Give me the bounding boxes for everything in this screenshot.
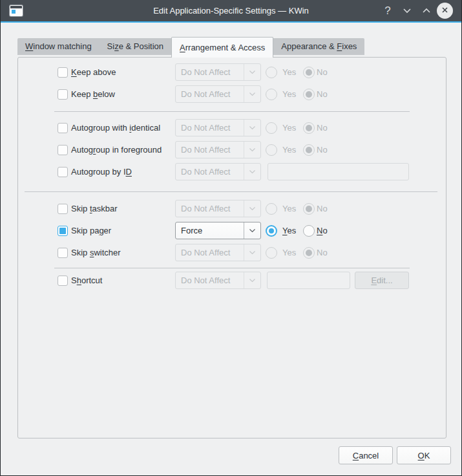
autogroup-foreground-policy-value: Do Not Affect [176,145,244,155]
autogroup-id-label[interactable]: Autogroup by ID [71,163,132,181]
skip-pager-policy-dropdown[interactable]: Force [175,222,261,239]
keep-below-policy-value: Do Not Affect [176,89,244,99]
keep-below-checkbox[interactable] [58,89,68,100]
autogroup-foreground-yes-radio [266,144,277,156]
chevron-down-icon [244,222,260,239]
keep-below-no-label: No [317,85,328,103]
skip-switcher-policy-value: Do Not Affect [176,248,244,257]
row-autogroup-identical: Autogroup with identical Do Not Affect Y… [18,119,446,137]
skip-pager-label[interactable]: Skip pager [71,222,111,240]
cancel-button[interactable]: Cancel [339,446,393,464]
skip-switcher-yes-radio [266,247,277,259]
close-button[interactable] [437,3,453,19]
keep-above-yes-label: Yes [282,63,296,81]
autogroup-identical-yes-label: Yes [282,119,296,137]
chevron-down-icon [244,64,260,80]
titlebar[interactable]: Edit Application-Specific Settings — KWi… [1,0,461,23]
separator [54,268,410,268]
autogroup-id-checkbox[interactable] [58,167,68,177]
skip-switcher-no-radio [303,247,315,259]
autogroup-foreground-policy-dropdown: Do Not Affect [175,141,261,158]
keep-below-no-radio [303,89,315,100]
tab-arrangement-access[interactable]: Arrangement & Access [171,37,273,58]
keep-above-no-radio [303,67,315,78]
maximize-button[interactable] [418,0,435,21]
autogroup-foreground-no-radio [303,144,315,156]
autogroup-foreground-label[interactable]: Autogroup in foreground [71,141,162,159]
autogroup-foreground-checkbox[interactable] [58,145,68,155]
row-skip-switcher: Skip switcher Do Not Affect Yes No [18,244,446,262]
separator [54,111,410,112]
autogroup-identical-no-label: No [317,119,328,137]
tab-appearance-fixes[interactable]: Appearance & Fixes [273,38,364,55]
chevron-down-icon [244,142,260,158]
skip-taskbar-label[interactable]: Skip taskbar [71,200,118,218]
help-button[interactable]: ? [379,0,396,21]
kwin-settings-dialog: Edit Application-Specific Settings — KWi… [0,0,462,476]
skip-switcher-yes-label: Yes [282,244,296,262]
autogroup-foreground-yes-label: Yes [282,141,296,159]
keep-above-label[interactable]: Keep above [71,63,116,81]
separator [25,191,437,192]
skip-taskbar-policy-value: Do Not Affect [176,204,244,213]
edit-shortcut-button: Edit... [355,272,409,289]
skip-pager-no-label[interactable]: No [317,222,328,240]
autogroup-id-policy-dropdown: Do Not Affect [175,163,261,180]
row-autogroup-foreground: Autogroup in foreground Do Not Affect Ye… [18,141,446,159]
skip-taskbar-yes-label: Yes [282,200,296,218]
chevron-down-icon [244,200,260,217]
keep-above-yes-radio [266,67,277,78]
arrangement-access-pane: Keep above Do Not Affect Yes No Keep bel… [17,57,446,438]
skip-switcher-checkbox[interactable] [58,248,68,258]
skip-pager-yes-radio[interactable] [266,225,277,237]
row-keep-below: Keep below Do Not Affect Yes No [18,85,446,103]
row-skip-pager: Skip pager Force Yes No [18,222,446,240]
skip-pager-yes-label[interactable]: Yes [282,222,296,240]
shortcut-checkbox[interactable] [58,276,68,286]
autogroup-id-policy-value: Do Not Affect [176,167,244,177]
skip-pager-policy-value: Force [176,226,244,235]
skip-taskbar-checkbox[interactable] [58,204,68,214]
autogroup-identical-no-radio [303,122,315,134]
tab-size-position[interactable]: Size & Position [100,38,171,55]
skip-taskbar-yes-radio [266,203,277,215]
row-keep-above: Keep above Do Not Affect Yes No [18,63,446,81]
skip-switcher-no-label: No [317,244,328,262]
shortcut-policy-dropdown: Do Not Affect [175,272,261,289]
autogroup-identical-yes-radio [266,122,277,134]
shortcut-policy-value: Do Not Affect [176,276,244,285]
shortcut-label[interactable]: Shortcut [71,272,102,290]
skip-switcher-policy-dropdown: Do Not Affect [175,244,261,261]
chevron-down-icon [244,86,260,102]
chevron-down-icon [244,272,260,288]
autogroup-id-input [268,163,409,180]
autogroup-foreground-no-label: No [317,141,328,159]
keep-above-checkbox[interactable] [58,67,68,78]
autogroup-identical-policy-dropdown: Do Not Affect [175,119,261,136]
skip-pager-no-radio[interactable] [303,225,315,237]
autogroup-identical-label[interactable]: Autogroup with identical [71,119,160,137]
skip-taskbar-no-label: No [317,200,328,218]
shortcut-input [267,272,350,289]
keep-above-policy-dropdown: Do Not Affect [175,63,261,81]
autogroup-identical-checkbox[interactable] [58,123,68,133]
tab-window-matching[interactable]: Window matching [17,38,100,55]
chevron-down-icon [244,244,260,261]
minimize-button[interactable] [399,0,415,21]
chevron-down-icon [244,120,260,136]
keep-below-yes-radio [266,89,277,100]
autogroup-identical-policy-value: Do Not Affect [176,123,244,133]
skip-pager-checkbox[interactable] [58,226,68,236]
row-skip-taskbar: Skip taskbar Do Not Affect Yes No [18,200,446,218]
keep-below-yes-label: Yes [282,85,296,103]
row-autogroup-id: Autogroup by ID Do Not Affect [18,163,446,181]
keep-below-policy-dropdown: Do Not Affect [175,85,261,103]
tab-bar: Window matching Size & Position Arrangem… [17,37,364,57]
ok-button[interactable]: OK [397,446,451,464]
skip-taskbar-no-radio [303,203,315,215]
keep-below-label[interactable]: Keep below [71,85,115,103]
skip-switcher-label[interactable]: Skip switcher [71,244,121,262]
skip-taskbar-policy-dropdown: Do Not Affect [175,200,261,217]
chevron-down-icon [244,164,260,180]
chevron-down-icon [403,6,412,16]
